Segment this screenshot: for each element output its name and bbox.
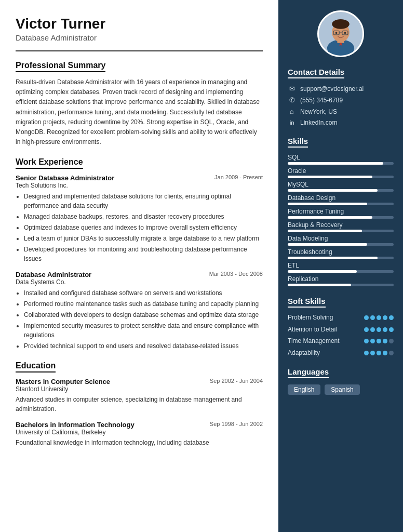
job-company: Tech Solutions Inc.	[16, 182, 263, 189]
contact-phone-text: (555) 345-6789	[300, 97, 343, 104]
skill-bar-background	[288, 230, 394, 232]
job-title: Senior Database Administrator	[16, 174, 114, 182]
skill-item: Troubleshooting	[288, 248, 394, 259]
dot-empty	[389, 351, 394, 355]
edu-header: Bachelors in Information Technology Sep …	[16, 421, 263, 429]
skill-name: Troubleshooting	[288, 248, 394, 256]
svg-point-8	[335, 32, 338, 34]
contact-email-text: support@cvdesigner.ai	[300, 85, 364, 92]
dot-filled	[383, 351, 387, 355]
summary-section: Professional Summary Results-driven Data…	[16, 61, 263, 147]
contact-location-text: NewYork, US	[300, 108, 337, 115]
candidate-title: Database Administrator	[16, 33, 263, 42]
skill-name: Performance Tuning	[288, 208, 394, 215]
skill-bar-background	[288, 270, 394, 273]
soft-skills-title: Soft Skills	[288, 297, 326, 308]
bullet-item: Optimized database queries and indexes t…	[24, 223, 263, 232]
skill-bar-background	[288, 243, 394, 246]
dot-filled	[389, 315, 394, 320]
contact-linkedin: in LinkedIn.com	[288, 119, 394, 126]
left-column: Victor Turner Database Administrator Pro…	[0, 0, 278, 532]
job-company: Data Systems Co.	[16, 278, 263, 286]
contact-title: Contact Details	[288, 68, 344, 78]
work-experience-section: Work Experience Senior Database Administ…	[16, 157, 263, 351]
soft-skill-name: Adaptability	[288, 349, 320, 357]
skill-bar-fill	[288, 230, 362, 232]
linkedin-icon: in	[288, 120, 296, 126]
skill-name: Backup & Recovery	[288, 221, 394, 229]
summary-text: Results-driven Database Administrator wi…	[16, 77, 263, 147]
skill-bar-fill	[288, 270, 357, 273]
language-tags: English Spanish	[288, 384, 394, 395]
dots-container	[364, 339, 394, 343]
contact-phone: ✆ (555) 345-6789	[288, 96, 394, 104]
job-header: Database Administrator Mar 2003 - Dec 20…	[16, 271, 263, 278]
skill-item: Replication	[288, 275, 394, 286]
dot-filled	[370, 339, 375, 343]
contact-section: Contact Details ✉ support@cvdesigner.ai …	[288, 68, 394, 126]
dot-filled	[383, 315, 387, 320]
work-experience-title: Work Experience	[16, 157, 83, 169]
dot-filled	[364, 327, 369, 332]
skills-section: Skills SQL Oracle MySQL Database Design …	[288, 137, 394, 286]
skill-bar-fill	[288, 284, 351, 286]
education-title: Education	[16, 361, 56, 373]
bullet-item: Provided technical support to end users …	[24, 341, 263, 351]
svg-rect-11	[340, 43, 342, 45]
soft-skills-container: Problem Solving Attention to Detail Time…	[288, 314, 394, 357]
education-section: Education Masters in Computer Science Se…	[16, 361, 263, 447]
bullet-item: Designed and implemented database soluti…	[24, 192, 263, 210]
avatar-container	[288, 10, 394, 57]
dot-filled	[377, 339, 381, 343]
edu-school: Stanford University	[16, 385, 263, 393]
job-dates: Jan 2009 - Present	[214, 174, 263, 180]
dots-container	[364, 327, 394, 332]
header-divider	[16, 50, 263, 51]
job-header: Senior Database Administrator Jan 2009 -…	[16, 174, 263, 182]
dot-filled	[377, 327, 381, 332]
language-tag-spanish: Spanish	[325, 384, 359, 395]
skill-bar-fill	[288, 257, 378, 259]
job-item: Senior Database Administrator Jan 2009 -…	[16, 174, 263, 263]
skill-bar-fill	[288, 162, 383, 165]
job-title: Database Administrator	[16, 271, 91, 278]
skill-item: ETL	[288, 262, 394, 273]
languages-title: Languages	[288, 367, 329, 378]
job-item: Database Administrator Mar 2003 - Dec 20…	[16, 271, 263, 351]
contact-linkedin-text: LinkedIn.com	[300, 119, 337, 126]
skill-name: Replication	[288, 275, 394, 283]
resume-container: Victor Turner Database Administrator Pro…	[0, 0, 403, 532]
contact-location: ⌂ NewYork, US	[288, 108, 394, 115]
bullet-item: Developed procedures for monitoring and …	[24, 245, 263, 263]
soft-skill-name: Problem Solving	[288, 314, 333, 322]
dot-filled	[364, 315, 369, 320]
languages-section: Languages English Spanish	[288, 367, 394, 395]
skill-bar-background	[288, 216, 394, 219]
dot-empty	[389, 339, 394, 343]
skill-item: Performance Tuning	[288, 208, 394, 219]
skill-name: Oracle	[288, 167, 394, 175]
dot-filled	[377, 315, 381, 320]
skill-item: SQL	[288, 154, 394, 165]
dot-filled	[370, 315, 375, 320]
avatar	[317, 10, 364, 57]
edu-desc: Advanced studies in computer science, sp…	[16, 395, 263, 414]
skill-name: Database Design	[288, 194, 394, 202]
job-dates: Mar 2003 - Dec 2008	[209, 271, 263, 277]
dot-filled	[383, 339, 387, 343]
edu-degree: Bachelors in Information Technology	[16, 421, 135, 429]
soft-skill-name: Attention to Detail	[288, 326, 337, 334]
skill-bar-background	[288, 284, 394, 286]
skill-name: ETL	[288, 262, 394, 269]
skill-item: Database Design	[288, 194, 394, 205]
skill-name: SQL	[288, 154, 394, 161]
dot-filled	[370, 351, 375, 355]
skill-item: MySQL	[288, 181, 394, 192]
dot-filled	[370, 327, 375, 332]
job-bullets: Installed and configured database softwa…	[16, 288, 263, 351]
edu-dates: Sep 2002 - Jun 2004	[210, 378, 263, 384]
summary-title: Professional Summary	[16, 61, 105, 72]
candidate-name: Victor Turner	[16, 16, 263, 32]
soft-skill-name: Time Management	[288, 337, 340, 345]
dot-filled	[364, 351, 369, 355]
